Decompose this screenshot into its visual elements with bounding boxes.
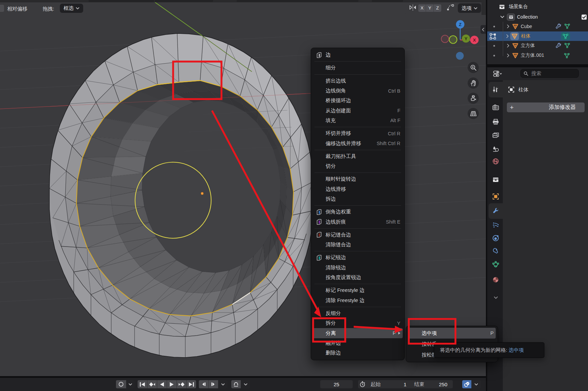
sidebar-collapse-tab[interactable] (480, 25, 486, 34)
frame-start-field[interactable]: 起始1 (367, 380, 410, 388)
mirror-x-button[interactable]: X (418, 4, 426, 12)
menu-item[interactable]: 边线滑移 (311, 184, 404, 194)
mesh-data-badge[interactable] (561, 32, 570, 40)
outliner-row-collection[interactable]: Collection (487, 12, 588, 22)
menu-separator (314, 228, 401, 229)
previous-frame-button[interactable] (199, 380, 208, 388)
editor-type-button[interactable] (493, 70, 502, 77)
menu-item[interactable]: 细分 (311, 63, 404, 73)
submenu-item[interactable]: 选中项P (408, 328, 496, 339)
play-button[interactable] (167, 380, 177, 388)
outliner-row[interactable]: 立方体.001 (487, 51, 588, 60)
drag-mode-dropdown[interactable]: 框选 (60, 4, 83, 13)
menu-item[interactable]: 切分 (311, 161, 404, 171)
menu-item[interactable]: 从边创建面F (311, 106, 404, 115)
viewport-3d[interactable]: 相对偏移拖拽:框选XYZ选项YZX边细分挤出边线边线倒角Ctrl B桥接循环边从… (0, 0, 486, 376)
loop-group (231, 380, 250, 388)
camera-view-button[interactable] (468, 93, 479, 104)
menu-item[interactable]: 拆边 (311, 194, 404, 204)
play-reverse-button[interactable] (157, 380, 167, 388)
menu-item[interactable]: 反细分 (311, 308, 404, 318)
outliner-row[interactable]: 立方体 (487, 41, 588, 50)
properties-tab-world[interactable] (489, 154, 503, 169)
keying-set-button[interactable] (116, 380, 126, 388)
menu-item[interactable]: 倒角边权重 (311, 207, 404, 217)
outliner-tree-line (503, 22, 503, 56)
properties-tab-modifiers[interactable] (489, 203, 503, 219)
properties-tab-object-data[interactable] (489, 257, 503, 272)
menu-item[interactable]: 裁刀拓扑工具 (311, 152, 404, 161)
collection-checkbox[interactable] (581, 14, 587, 20)
menu-item[interactable]: 顺时针旋转边 (311, 174, 404, 184)
menu-item[interactable]: 清除锐边 (311, 263, 404, 273)
outliner-header-row[interactable]: 场景集合 (487, 2, 588, 12)
menu-item-label: 反细分 (326, 310, 341, 317)
outliner-row[interactable]: Cube (487, 22, 588, 31)
mesh-data-badge[interactable] (564, 42, 570, 49)
properties-tab-tool[interactable] (489, 82, 503, 97)
menu-item[interactable]: 边线倒角Ctrl B (311, 86, 404, 96)
menu-item[interactable]: 按角度设置锐边 (311, 273, 404, 282)
modifier-badge[interactable] (555, 23, 562, 30)
menu-item[interactable]: 清除 Freestyle 边 (311, 296, 404, 305)
proportional-falloff-icon (446, 4, 454, 11)
relative-offset-checkbox[interactable] (0, 5, 4, 12)
jump-to-end-icon (188, 382, 194, 387)
menu-item[interactable]: 分离P (313, 328, 403, 338)
next-keyframe-button[interactable] (177, 380, 186, 388)
menu-item[interactable]: 标记锐边 (311, 253, 404, 262)
properties-tab-render[interactable] (489, 100, 503, 115)
navigation-gizmo[interactable]: YZX (438, 14, 482, 64)
properties-tab-material[interactable] (489, 272, 503, 288)
menu-item[interactable]: 边线折痕Shift E (311, 217, 404, 227)
falloff-button[interactable] (446, 4, 454, 11)
current-frame-field[interactable]: 25 (320, 380, 353, 388)
loop-dropdown[interactable] (241, 380, 250, 388)
mirror-z-button[interactable]: Z (434, 4, 441, 12)
keying-dropdown[interactable] (126, 380, 135, 388)
frame-step-dropdown[interactable] (218, 380, 228, 388)
jump-to-end-button[interactable] (187, 380, 196, 388)
use-preview-range-button[interactable] (358, 380, 367, 388)
menu-item[interactable]: 环切并滑移Ctrl R (311, 129, 404, 138)
menu-item[interactable]: 删除边 (311, 348, 404, 358)
playback-loop-button[interactable] (231, 380, 241, 388)
options-dropdown[interactable]: 选项 (458, 3, 481, 13)
menu-item[interactable]: 挤出边线 (311, 76, 404, 86)
properties-tab-collection[interactable] (489, 172, 503, 187)
playback-controls (138, 380, 196, 388)
outliner-row[interactable]: 柱体 (487, 31, 588, 41)
menu-item[interactable]: 拆分Y (311, 318, 404, 328)
menu-item-shortcut: Ctrl B (384, 88, 400, 94)
menu-item-label: 填充 (326, 117, 336, 124)
menu-item[interactable]: 清除缝合边 (311, 240, 404, 250)
properties-tabs-overflow[interactable] (489, 290, 503, 305)
current-frame-value: 25 (334, 382, 339, 387)
menu-item[interactable]: 桥接循环边 (311, 96, 404, 106)
previous-keyframe-button[interactable] (147, 380, 157, 388)
outliner-item-label: 柱体 (521, 33, 531, 39)
jump-to-start-button[interactable] (138, 380, 147, 388)
pan-button[interactable] (468, 77, 479, 89)
modifier-badge[interactable] (555, 42, 562, 49)
frame-end-field[interactable]: 结束250 (410, 380, 453, 388)
menu-item[interactable]: 融并边 (311, 338, 404, 348)
menu-item[interactable]: 偏移边线并滑移Shift Ctrl R (311, 138, 404, 148)
menu-item[interactable]: 标记 Freestyle 边 (311, 285, 404, 295)
sync-playback-button[interactable] (462, 380, 471, 388)
sync-dropdown[interactable] (471, 380, 481, 388)
menu-item[interactable]: 标记缝合边 (311, 230, 404, 240)
mesh-data-badge[interactable] (564, 52, 570, 59)
properties-search-input[interactable]: 搜索 (520, 69, 579, 78)
zoom-button[interactable] (468, 62, 479, 73)
properties-tab-object[interactable] (489, 189, 503, 204)
options-label: 选项 (462, 5, 472, 12)
next-frame-button[interactable] (209, 380, 218, 388)
add-modifier-button[interactable]: +添加修改器 (507, 102, 585, 112)
menu-item[interactable]: 填充Alt F (311, 116, 404, 125)
orthographic-button[interactable] (468, 108, 479, 119)
mirror-y-button[interactable]: Y (426, 4, 433, 12)
mesh-data-badge[interactable] (564, 23, 570, 30)
end-value: 250 (439, 382, 447, 387)
submenu-item-label: 选中项 (422, 330, 437, 337)
